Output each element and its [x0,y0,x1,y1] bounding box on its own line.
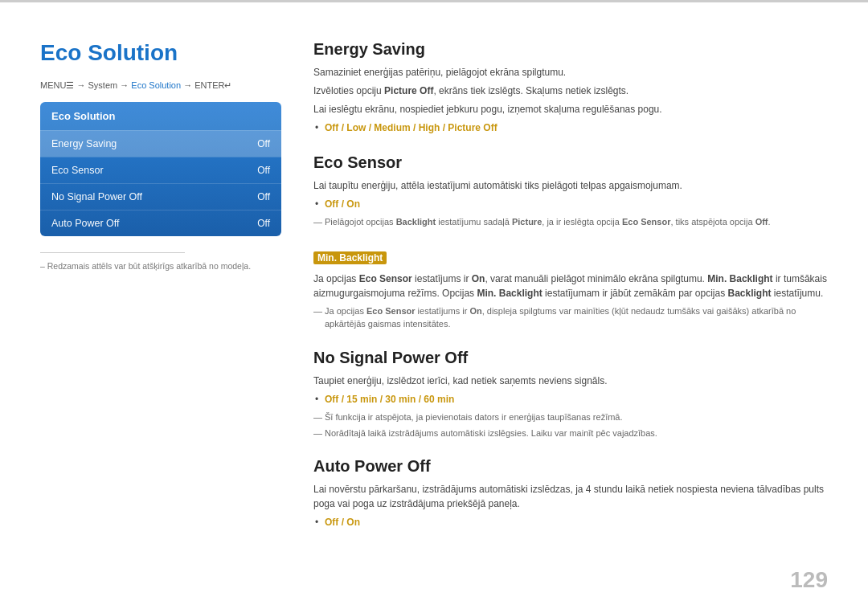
menu-item-label: Eco Sensor [51,165,104,176]
energy-saving-text3: Lai ieslēgtu ekrānu, nospiediet jebkuru … [313,102,828,116]
no-signal-options: Off / 15 min / 30 min / 60 min [313,392,828,407]
menu-item-value: Off [257,165,270,176]
menu-box-title: Eco Solution [40,102,281,130]
min-backlight-label: Min. Backlight [313,251,387,264]
menu-item-value: Off [257,218,270,229]
menu-item-no-signal[interactable]: No Signal Power Off Off [40,183,281,210]
min-backlight-note-block: Ja opcijas Eco Sensor iestatījums ir On,… [313,304,828,331]
eco-sensor-note-block: Pielāgojot opcijas Backlight iestatījumu… [313,215,828,229]
auto-power-text1: Lai novērstu pārkaršanu, izstrādājums au… [313,482,828,511]
breadcrumb: MENU☰ → System → Eco Solution → ENTER↵ [40,80,281,91]
page-title: Eco Solution [40,40,281,66]
eco-sensor-title: Eco Sensor [313,153,828,172]
auto-power-title: Auto Power Off [313,457,828,476]
energy-saving-option: Off / Low / Medium / High / Picture Off [325,121,828,136]
no-signal-title: No Signal Power Off [313,349,828,367]
eco-sensor-options: Off / On [313,197,828,212]
energy-saving-title: Energy Saving [313,40,828,59]
no-signal-note2: Norādītajā laikā izstrādājums automātisk… [313,427,828,440]
auto-power-options: Off / On [313,515,828,530]
menu-item-value: Off [257,138,270,149]
section-eco-sensor: Eco Sensor Lai taupītu enerģiju, attēla … [313,153,828,229]
no-signal-option: Off / 15 min / 30 min / 60 min [325,392,828,407]
min-backlight-title: Min. Backlight [313,247,828,265]
page-number: 129 [790,567,828,593]
eco-sensor-note: Pielāgojot opcijas Backlight iestatījumu… [313,215,828,229]
breadcrumb-system: System [88,80,118,90]
right-column: Energy Saving Samaziniet enerģijas patēr… [313,32,828,589]
section-min-backlight: Min. Backlight Ja opcijas Eco Sensor ies… [313,247,828,331]
energy-saving-text1: Samaziniet enerģijas patēriņu, pielāgojo… [313,65,828,80]
menu-item-energy-saving[interactable]: Energy Saving Off [40,130,281,157]
section-auto-power: Auto Power Off Lai novērstu pārkaršanu, … [313,457,828,530]
section-energy-saving: Energy Saving Samaziniet enerģijas patēr… [313,40,828,136]
section-no-signal: No Signal Power Off Taupiet enerģiju, iz… [313,349,828,439]
min-backlight-text1: Ja opcijas Eco Sensor iestatījums ir On,… [313,272,828,300]
menu-item-eco-sensor[interactable]: Eco Sensor Off [40,157,281,183]
breadcrumb-eco-solution: Eco Solution [131,80,181,90]
left-column: Eco Solution MENU☰ → System → Eco Soluti… [40,32,281,589]
footnote-text: – Redzamais attēls var būt atšķirīgs atk… [40,261,281,271]
energy-saving-text2: Izvēloties opciju Picture Off, ekrāns ti… [313,84,828,98]
no-signal-note1: Šī funkcija ir atspējota, ja pievienotai… [313,411,828,424]
top-border [0,0,868,2]
min-backlight-note: Ja opcijas Eco Sensor iestatījums ir On,… [313,304,828,331]
auto-power-option: Off / On [325,515,828,530]
menu-item-label: Auto Power Off [51,218,120,229]
eco-sensor-option: Off / On [325,197,828,212]
menu-item-label: No Signal Power Off [51,191,142,202]
breadcrumb-menu: MENU [40,80,66,90]
menu-item-auto-power[interactable]: Auto Power Off Off [40,210,281,236]
no-signal-text1: Taupiet enerģiju, izslēdzot ierīci, kad … [313,374,828,388]
no-signal-notes: Šī funkcija ir atspējota, ja pievienotai… [313,411,828,439]
menu-item-label: Energy Saving [51,138,117,149]
energy-saving-options: Off / Low / Medium / High / Picture Off [313,121,828,136]
menu-item-value: Off [257,191,270,202]
footnote-divider [40,252,185,253]
menu-box: Eco Solution Energy Saving Off Eco Senso… [40,102,281,236]
eco-sensor-text1: Lai taupītu enerģiju, attēla iestatījumi… [313,178,828,193]
